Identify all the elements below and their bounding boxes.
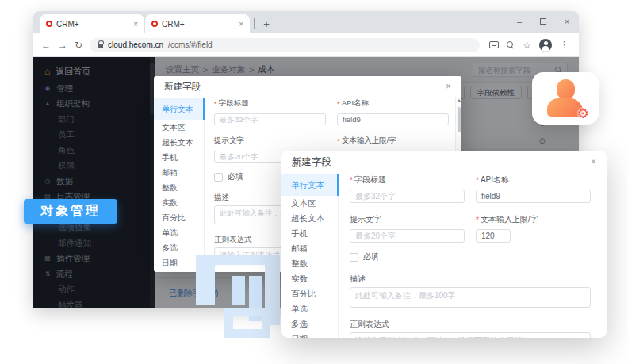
regex-textarea[interactable] bbox=[350, 332, 591, 338]
type-multi-select[interactable]: 多选 bbox=[154, 240, 204, 255]
gear-icon: ⚙ bbox=[577, 107, 589, 121]
text-limit-input[interactable] bbox=[476, 229, 511, 243]
field-type-list: 单行文本 文本区 超长文本 手机 邮箱 整数 实数 百分比 单选 多选 日期 bbox=[281, 173, 339, 338]
watermark-shape bbox=[224, 308, 270, 338]
new-tab-button[interactable]: + bbox=[258, 14, 275, 33]
lock-icon bbox=[98, 44, 103, 48]
type-email[interactable]: 邮箱 bbox=[281, 241, 338, 256]
canvas: CRM+ × CRM+ × + – × ← → ↻ cloud.hecom.cn bbox=[0, 0, 628, 364]
required-mark: * bbox=[476, 216, 479, 224]
type-long-text[interactable]: 超长文本 bbox=[154, 135, 204, 150]
browser-tab-1[interactable]: CRM+ × bbox=[40, 14, 144, 33]
hint-text-label: 提示文字 bbox=[350, 214, 465, 225]
type-integer[interactable]: 整数 bbox=[154, 180, 204, 195]
forward-icon[interactable]: → bbox=[58, 40, 67, 50]
browser-tab-2[interactable]: CRM+ × bbox=[145, 14, 250, 33]
window-controls: – × bbox=[507, 11, 579, 32]
back-icon[interactable]: ← bbox=[41, 40, 51, 50]
field-form: *字段标题 *API名称 提示文字 *文本输入上限/字 bbox=[339, 173, 607, 338]
maximize-icon bbox=[540, 18, 546, 25]
checkbox-icon[interactable] bbox=[214, 173, 223, 182]
type-single-select[interactable]: 单选 bbox=[154, 225, 204, 240]
checkbox-icon[interactable] bbox=[350, 253, 358, 262]
required-mark: * bbox=[350, 176, 353, 185]
type-single-select[interactable]: 单选 bbox=[281, 301, 338, 316]
field-type-list: 单行文本 文本区 超长文本 手机 邮箱 整数 实数 百分比 单选 多选 日期 bbox=[154, 97, 205, 272]
modal-body: 单行文本 文本区 超长文本 手机 邮箱 整数 实数 百分比 单选 多选 日期 *… bbox=[281, 173, 607, 338]
reload-icon[interactable]: ↻ bbox=[75, 40, 82, 50]
tab-separator bbox=[254, 18, 255, 29]
type-integer[interactable]: 整数 bbox=[281, 256, 338, 271]
hint-text-input[interactable] bbox=[350, 229, 465, 243]
required-checkbox-row[interactable]: 必填 bbox=[350, 251, 591, 262]
modal-header: 新建字段 × bbox=[281, 151, 607, 173]
type-textarea[interactable]: 文本区 bbox=[281, 196, 338, 211]
api-name-label: *API名称 bbox=[476, 174, 591, 186]
browser-tabstrip: CRM+ × CRM+ × + – × bbox=[33, 11, 579, 33]
required-checkbox-label: 必填 bbox=[228, 171, 243, 182]
person-icon bbox=[557, 79, 575, 99]
tab-title: CRM+ bbox=[162, 20, 235, 29]
url-host: cloud.hecom.cn bbox=[108, 40, 163, 49]
api-name-input[interactable] bbox=[337, 113, 449, 125]
type-mobile[interactable]: 手机 bbox=[154, 150, 204, 165]
address-bar[interactable]: cloud.hecom.cn /ccms/#/field bbox=[90, 38, 480, 52]
admin-avatar-badge: ⚙ bbox=[532, 72, 599, 125]
new-field-card: 新建字段 × 单行文本 文本区 超长文本 手机 邮箱 整数 实数 百分比 单选 … bbox=[281, 151, 607, 338]
menu-kebab-icon[interactable]: ⋮ bbox=[560, 40, 569, 49]
object-management-callout[interactable]: 对象管理 bbox=[24, 199, 117, 224]
modal-title: 新建字段 bbox=[292, 155, 331, 169]
zoom-icon[interactable] bbox=[507, 41, 515, 49]
close-icon[interactable]: × bbox=[446, 82, 451, 91]
field-title-input[interactable] bbox=[214, 113, 326, 125]
required-mark: * bbox=[337, 136, 340, 145]
type-percent[interactable]: 百分比 bbox=[281, 286, 338, 301]
type-date[interactable]: 日期 bbox=[281, 331, 338, 338]
watermark-shape bbox=[196, 255, 215, 305]
type-single-line-text[interactable]: 单行文本 bbox=[154, 98, 205, 120]
profile-avatar-icon[interactable] bbox=[539, 39, 552, 52]
required-checkbox-label: 必填 bbox=[363, 251, 379, 262]
scrollbar-thumb[interactable] bbox=[458, 107, 461, 132]
type-email[interactable]: 邮箱 bbox=[154, 165, 204, 180]
text-limit-label: *文本输入上限/字 bbox=[337, 136, 449, 146]
type-long-text[interactable]: 超长文本 bbox=[281, 211, 338, 226]
browser-toolbar: ← → ↻ cloud.hecom.cn /ccms/#/field ☆ ⋮ bbox=[33, 33, 579, 57]
url-path: /ccms/#/field bbox=[168, 40, 213, 49]
type-textarea[interactable]: 文本区 bbox=[154, 120, 204, 135]
hecom-favicon-icon bbox=[151, 21, 158, 27]
api-name-input[interactable] bbox=[476, 190, 591, 203]
type-decimal[interactable]: 实数 bbox=[281, 271, 338, 286]
required-mark: * bbox=[214, 99, 217, 108]
minimize-button[interactable]: – bbox=[507, 11, 531, 32]
type-single-line-text[interactable]: 单行文本 bbox=[281, 174, 339, 196]
field-title-label: *字段标题 bbox=[350, 174, 465, 186]
maximize-button[interactable] bbox=[531, 11, 555, 32]
type-decimal[interactable]: 实数 bbox=[154, 195, 204, 210]
close-icon[interactable]: × bbox=[591, 157, 596, 167]
modal-header: 新建字段 × bbox=[154, 76, 461, 97]
tab-close-icon[interactable]: × bbox=[239, 20, 243, 29]
type-mobile[interactable]: 手机 bbox=[281, 226, 338, 241]
close-window-button[interactable]: × bbox=[555, 11, 579, 32]
hecom-favicon-icon bbox=[46, 21, 52, 27]
tab-title: CRM+ bbox=[56, 20, 129, 29]
field-title-label: *字段标题 bbox=[214, 98, 326, 109]
type-percent[interactable]: 百分比 bbox=[154, 210, 204, 225]
bookmark-star-icon[interactable]: ☆ bbox=[523, 40, 531, 50]
required-mark: * bbox=[337, 99, 340, 108]
description-textarea[interactable] bbox=[350, 287, 591, 308]
type-multi-select[interactable]: 多选 bbox=[281, 316, 338, 331]
translate-icon[interactable] bbox=[489, 41, 499, 48]
field-title-input[interactable] bbox=[350, 190, 465, 203]
api-name-label: *API名称 bbox=[337, 98, 449, 109]
scroll-up-icon[interactable] bbox=[456, 97, 461, 105]
tab-close-icon[interactable]: × bbox=[133, 20, 138, 29]
watermark-shape bbox=[232, 276, 245, 305]
description-label: 描述 bbox=[350, 274, 591, 285]
text-limit-label: *文本输入上限/字 bbox=[476, 214, 591, 225]
toolbar-icons: ☆ ⋮ bbox=[489, 39, 569, 52]
hint-text-label: 提示文字 bbox=[214, 136, 326, 146]
required-mark: * bbox=[476, 176, 479, 185]
regex-label: 正则表达式 bbox=[350, 319, 591, 330]
